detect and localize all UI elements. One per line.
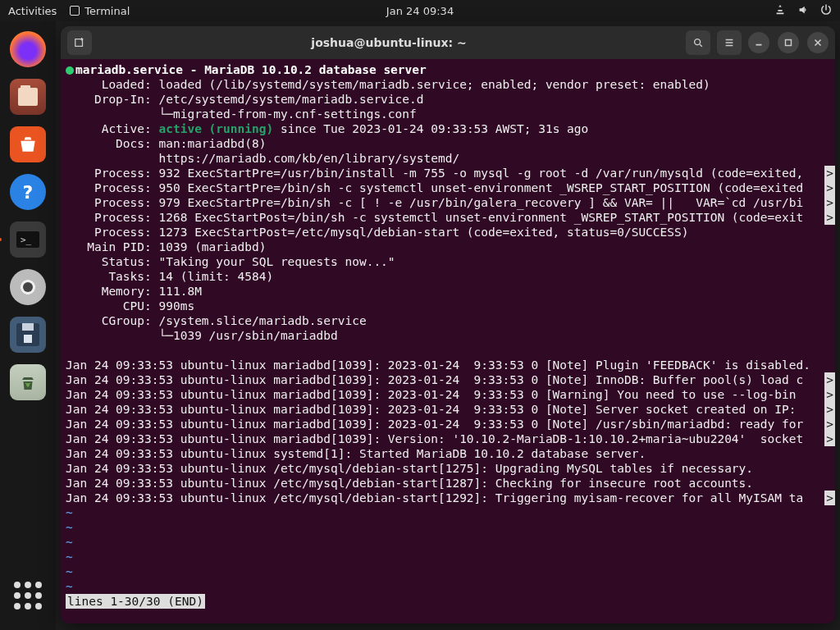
overflow-arrow: > [824, 166, 835, 180]
line-docs: Docs: man:mariadbd(8) [66, 137, 266, 150]
terminal-app-icon [70, 6, 80, 16]
apps-grid-icon [14, 582, 42, 609]
log-line: Jan 24 09:33:53 ubuntu-linux mariadbd[10… [66, 418, 803, 431]
firefox-icon [10, 31, 46, 67]
dock-trash[interactable] [8, 363, 48, 402]
overflow-arrow: > [824, 372, 835, 387]
pager-tilde: ~ [66, 521, 73, 534]
terminal-icon: >_ [10, 221, 46, 258]
dock-terminal[interactable]: >_ [8, 220, 48, 259]
overflow-arrow: > [824, 491, 835, 505]
overflow-arrow: > [824, 195, 835, 210]
overflow-arrow: > [824, 417, 835, 431]
line-loaded: Loaded: loaded (/lib/systemd/system/mari… [66, 78, 710, 91]
line-cpu: CPU: 990ms [66, 299, 194, 313]
network-icon[interactable] [774, 4, 786, 18]
log-line: Jan 24 09:33:53 ubuntu-linux mariadbd[10… [66, 388, 803, 401]
terminal-output[interactable]: mariadb.service - MariaDB 10.10.2 databa… [61, 59, 835, 623]
dock-firefox[interactable] [8, 30, 48, 69]
close-button[interactable] [807, 32, 829, 53]
dock: ? >_ [0, 21, 56, 630]
line-active-label: Active: [66, 122, 159, 135]
svg-rect-3 [786, 40, 792, 46]
window-titlebar: joshua@ubuntu-linux: ~ [61, 26, 835, 59]
line-cgroup: CGroup: /system.slice/mariadb.service [66, 314, 367, 327]
software-icon [10, 126, 46, 162]
service-header: mariadb.service - MariaDB 10.10.2 databa… [75, 63, 427, 76]
line-dropin: Drop-In: /etc/systemd/system/mariadb.ser… [66, 93, 424, 106]
line-active-tail: since Tue 2023-01-24 09:33:53 AWST; 31s … [273, 122, 588, 135]
line-tasks: Tasks: 14 (limit: 4584) [66, 270, 273, 283]
dock-software[interactable] [8, 125, 48, 164]
pager-tilde: ~ [66, 580, 73, 593]
log-line: Jan 24 09:33:53 ubuntu-linux /etc/mysql/… [66, 462, 753, 475]
overflow-arrow: > [824, 387, 835, 402]
terminal-window: joshua@ubuntu-linux: ~ mariadb.service -… [61, 26, 835, 623]
volume-icon[interactable] [797, 4, 809, 18]
line-docs2: https://mariadb.com/kb/en/library/system… [66, 152, 459, 165]
show-applications[interactable] [8, 576, 48, 615]
line-mainpid: Main PID: 1039 (mariadbd) [66, 240, 266, 253]
search-button[interactable] [686, 30, 710, 55]
log-line: Jan 24 09:33:53 ubuntu-linux mariadbd[10… [66, 358, 810, 372]
line-proc-979: Process: 979 ExecStartPre=/bin/sh -c [ !… [66, 196, 803, 209]
log-line: Jan 24 09:33:53 ubuntu-linux mariadbd[10… [66, 403, 803, 416]
line-cgroup2: └─1039 /usr/sbin/mariadbd [66, 329, 338, 342]
maximize-button[interactable] [778, 32, 799, 53]
overflow-arrow: > [824, 210, 835, 225]
gnome-topbar: Activities Terminal Jan 24 09:34 [0, 0, 840, 21]
activities-button[interactable]: Activities [8, 5, 57, 17]
dock-files[interactable] [8, 77, 48, 116]
dock-floppy[interactable] [8, 315, 48, 354]
clock[interactable]: Jan 24 09:34 [386, 5, 454, 17]
pager-tilde: ~ [66, 565, 73, 578]
line-status: Status: "Taking your SQL requests now...… [66, 255, 395, 268]
pager-tilde: ~ [66, 550, 73, 564]
dock-help[interactable]: ? [8, 172, 48, 212]
line-dropin2: └─migrated-from-my.cnf-settings.conf [66, 107, 417, 121]
log-line: Jan 24 09:33:53 ubuntu-linux mariadbd[10… [66, 432, 803, 445]
log-line: Jan 24 09:33:53 ubuntu-linux systemd[1]:… [66, 447, 646, 460]
overflow-arrow: > [824, 180, 835, 195]
new-tab-button[interactable] [67, 30, 92, 55]
help-icon: ? [10, 174, 46, 210]
trash-icon [10, 364, 46, 400]
pager-status: lines 1-30/30 (END) [66, 594, 205, 609]
floppy-icon [10, 317, 46, 353]
dock-disc[interactable] [8, 267, 48, 307]
line-proc-950: Process: 950 ExecStartPre=/bin/sh -c sys… [66, 181, 803, 194]
disc-icon [10, 269, 46, 305]
active-status: active (running) [159, 122, 274, 135]
overflow-arrow: > [824, 402, 835, 417]
pager-tilde: ~ [66, 536, 73, 549]
line-memory: Memory: 111.8M [66, 285, 202, 298]
svg-point-2 [695, 39, 701, 45]
line-proc-1268: Process: 1268 ExecStartPost=/bin/sh -c s… [66, 211, 803, 224]
menu-button[interactable] [717, 30, 742, 55]
focused-app-menu[interactable]: Terminal [70, 5, 130, 17]
power-icon[interactable] [820, 4, 832, 18]
focused-app-label: Terminal [84, 5, 130, 17]
pager-tilde: ~ [66, 506, 73, 519]
log-line: Jan 24 09:33:53 ubuntu-linux mariadbd[10… [66, 373, 803, 386]
line-proc-1273: Process: 1273 ExecStartPost=/etc/mysql/d… [66, 226, 689, 239]
log-line: Jan 24 09:33:53 ubuntu-linux /etc/mysql/… [66, 491, 803, 504]
window-title: joshua@ubuntu-linux: ~ [98, 36, 679, 49]
files-icon [10, 79, 46, 115]
log-line: Jan 24 09:33:53 ubuntu-linux /etc/mysql/… [66, 477, 753, 490]
overflow-arrow: > [824, 431, 835, 446]
status-dot-icon [66, 66, 74, 75]
minimize-button[interactable] [748, 32, 769, 53]
line-proc-932: Process: 932 ExecStartPre=/usr/bin/insta… [66, 167, 803, 180]
